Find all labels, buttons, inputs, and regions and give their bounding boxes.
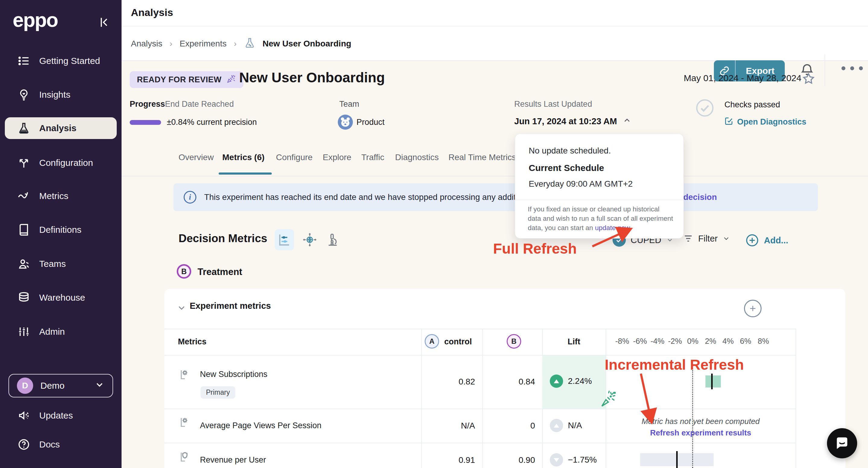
section-title: Experiment metrics bbox=[190, 301, 271, 311]
sliders-icon bbox=[17, 325, 31, 339]
add-metric-control[interactable]: Add... bbox=[745, 233, 788, 247]
schedule-popup: No update scheduled. Current Schedule Ev… bbox=[515, 133, 684, 239]
chevron-right-icon: › bbox=[169, 39, 172, 49]
end-date-banner: i This experiment has reached its end da… bbox=[174, 183, 818, 211]
more-menu-button[interactable] bbox=[841, 66, 863, 70]
sidebar-item-label: Analysis bbox=[39, 123, 76, 133]
sidebar-item-warehouse[interactable]: Warehouse bbox=[5, 287, 117, 309]
sidebar-item-insights[interactable]: Insights bbox=[5, 84, 117, 105]
col-header-lift: Lift bbox=[554, 337, 593, 346]
split-arrows-icon bbox=[17, 156, 31, 170]
sidebar-item-analysis[interactable]: Analysis bbox=[5, 117, 117, 139]
incremental-refresh-annotation: Incremental Refresh bbox=[605, 356, 744, 373]
breadcrumb-bar: Analysis › Experiments › New User Onboar… bbox=[122, 27, 868, 61]
flask-icon bbox=[244, 37, 255, 51]
sidebar-collapse-icon[interactable] bbox=[97, 16, 111, 30]
megaphone-icon bbox=[17, 409, 31, 423]
table-border bbox=[164, 443, 796, 443]
forest-plot-view-button[interactable] bbox=[275, 229, 294, 250]
confetti-celebration-icon bbox=[599, 388, 618, 409]
sidebar-item-admin[interactable]: Admin bbox=[5, 321, 117, 343]
breadcrumb-analysis[interactable]: Analysis bbox=[131, 39, 162, 49]
sidebar-item-updates[interactable]: Updates bbox=[5, 405, 117, 426]
tab-diagnostics[interactable]: Diagnostics bbox=[395, 153, 439, 162]
tab-configure[interactable]: Configure bbox=[276, 153, 312, 162]
info-icon: i bbox=[184, 191, 196, 204]
lift-down-icon bbox=[550, 453, 563, 467]
metric-name[interactable]: Average Page Views Per Session bbox=[200, 421, 321, 430]
team-label: Team bbox=[339, 99, 359, 109]
global-lift-view-button[interactable] bbox=[300, 229, 319, 250]
lift-up-icon bbox=[550, 419, 563, 432]
chevron-down-icon[interactable] bbox=[177, 303, 187, 314]
value-a: 0.91 bbox=[430, 455, 475, 465]
variant-label: Treatment bbox=[197, 267, 242, 277]
filter-control[interactable]: Filter bbox=[683, 233, 730, 244]
microscope-view-button[interactable] bbox=[323, 229, 342, 250]
variant-letter: B bbox=[181, 267, 187, 276]
eppo-logo: eppo bbox=[13, 8, 58, 31]
sidebar-item-teams[interactable]: Teams bbox=[5, 253, 117, 275]
sidebar-item-docs[interactable]: Docs bbox=[5, 434, 117, 455]
results-updated-toggle[interactable]: Jun 17, 2024 at 10:23 AM bbox=[514, 116, 631, 127]
results-value: Jun 17, 2024 at 10:23 AM bbox=[514, 116, 617, 126]
sidebar: eppo Getting Started Insights Analysis bbox=[0, 0, 122, 468]
chat-widget-button[interactable] bbox=[827, 428, 857, 458]
breadcrumb-experiments[interactable]: Experiments bbox=[180, 39, 227, 49]
status-badge: READY FOR REVIEW bbox=[130, 71, 243, 88]
sidebar-item-definitions[interactable]: Definitions bbox=[5, 219, 117, 241]
refresh-results-link[interactable]: Refresh experiment results bbox=[606, 428, 796, 438]
variant-b-badge-header: B bbox=[507, 334, 521, 349]
make-decision-link[interactable]: decision bbox=[683, 192, 717, 202]
lift-value-positive: 2.24% bbox=[550, 375, 592, 388]
add-section-button[interactable] bbox=[744, 300, 762, 317]
book-icon bbox=[17, 223, 31, 237]
schedule-value: Everyday 09:00 AM GMT+2 bbox=[529, 179, 633, 189]
experiment-metrics-card: Experiment metrics Metrics A control B L… bbox=[164, 289, 845, 468]
sidebar-item-getting-started[interactable]: Getting Started bbox=[5, 50, 117, 72]
workspace-switcher[interactable]: D Demo bbox=[8, 374, 113, 398]
progress-status: End Date Reached bbox=[165, 99, 234, 109]
value-b: 0 bbox=[490, 421, 535, 431]
metric-gear-icon bbox=[179, 415, 193, 431]
people-icon bbox=[17, 257, 31, 271]
schedule-title: Current Schedule bbox=[529, 163, 604, 173]
breadcrumb: Analysis › Experiments › New User Onboar… bbox=[131, 27, 351, 61]
metric-name[interactable]: Revenue per User bbox=[200, 455, 266, 465]
axis-tick: 8% bbox=[751, 337, 775, 346]
lift-up-icon bbox=[550, 375, 563, 388]
filter-icon bbox=[683, 233, 693, 244]
tab-real-time-metrics[interactable]: Real Time Metrics bbox=[448, 153, 516, 162]
tab-metrics[interactable]: Metrics (6) bbox=[222, 153, 265, 162]
flask-icon bbox=[17, 121, 31, 135]
status-badge-label: READY FOR REVIEW bbox=[137, 75, 222, 85]
page-title: Analysis bbox=[131, 7, 173, 19]
plus-circle-icon bbox=[745, 233, 759, 247]
metric-not-computed-note: Metric has not yet been computed bbox=[606, 417, 796, 426]
value-a: 0.82 bbox=[430, 377, 475, 386]
filter-label: Filter bbox=[698, 234, 717, 244]
favorite-star-icon[interactable] bbox=[802, 72, 815, 87]
checklist-icon bbox=[17, 54, 31, 68]
tab-traffic[interactable]: Traffic bbox=[361, 153, 384, 162]
top-bar: Analysis Analysis › Experiments › New Us… bbox=[122, 0, 868, 61]
progress-label: Progress bbox=[130, 99, 165, 109]
sidebar-item-metrics[interactable]: Metrics bbox=[5, 185, 117, 207]
no-update-text: No update scheduled. bbox=[529, 146, 611, 156]
ci-bar-new-subscriptions bbox=[706, 375, 721, 387]
add-label: Add... bbox=[764, 236, 788, 246]
workspace-avatar: D bbox=[17, 378, 33, 394]
update-now-link[interactable]: update now bbox=[595, 224, 630, 231]
decision-metrics-title: Decision Metrics bbox=[179, 232, 267, 245]
col-header-metrics: Metrics bbox=[178, 337, 207, 346]
checks-passed-icon bbox=[695, 98, 714, 119]
open-diagnostics-link[interactable]: Open Diagnostics bbox=[724, 116, 806, 128]
tab-explore[interactable]: Explore bbox=[323, 153, 351, 162]
value-b: 0.84 bbox=[490, 377, 535, 386]
table-border bbox=[164, 409, 796, 409]
metric-name[interactable]: New Subscriptions bbox=[200, 370, 268, 379]
team-name: Product bbox=[356, 118, 384, 127]
workspace-name: Demo bbox=[40, 380, 65, 391]
tab-overview[interactable]: Overview bbox=[179, 153, 214, 162]
sidebar-item-configuration[interactable]: Configuration bbox=[5, 152, 117, 174]
